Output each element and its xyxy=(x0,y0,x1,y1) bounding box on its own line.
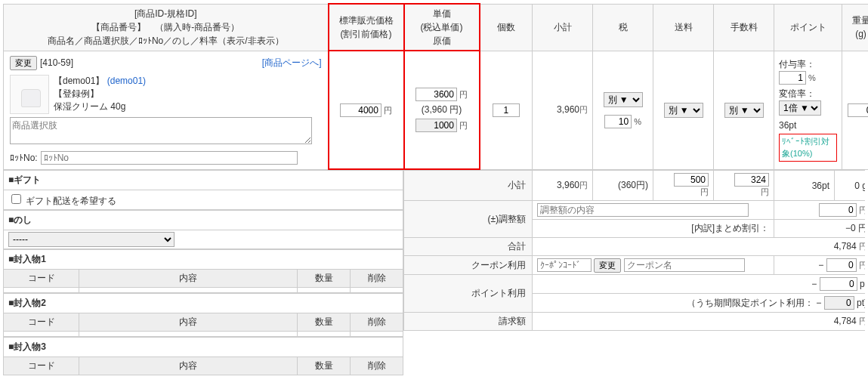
adjust-label: (±)調整額 xyxy=(404,201,533,238)
col-std-price: 標準販売価格(割引前価格) xyxy=(329,4,404,51)
gift-section: ■ギフト ギフト配送を希望する xyxy=(3,170,403,210)
product-id: [410-59] xyxy=(40,57,73,68)
enclosure1-table: コード内容数量削除 xyxy=(3,269,403,293)
coupon-name-input[interactable] xyxy=(624,258,745,272)
lot-label: ﾛｯﾄNo: xyxy=(10,153,38,163)
product-thumbnail xyxy=(10,75,49,114)
coupon-change-button[interactable]: 変更 xyxy=(594,258,621,273)
option-textarea[interactable] xyxy=(10,117,312,144)
total-label: 合計 xyxy=(404,238,533,256)
ptuse-label: ポイント利用 xyxy=(404,275,533,313)
enclosure2-head: ■封入物2 xyxy=(3,293,403,313)
enclosure3-head: ■封入物3 xyxy=(3,337,403,357)
product-page-link[interactable]: [商品ページへ] xyxy=(262,57,322,69)
pt-value: 36pt xyxy=(779,120,837,131)
qty-input[interactable] xyxy=(493,103,520,117)
table-header-row: [商品ID-規格ID] 【商品番号】 （購入時-商品番号） 商品名／商品選択肢／… xyxy=(4,4,869,51)
tax-rate-input[interactable] xyxy=(604,115,632,128)
row-subtotal: 3,960 xyxy=(557,104,579,115)
enclosure3-table: コード内容数量削除 xyxy=(3,357,403,375)
gift-checkbox[interactable]: ギフト配送を希望する xyxy=(8,196,116,206)
enclosure2-table: コード内容数量削除 xyxy=(3,313,403,337)
item-row: 変更 [410-59] [商品ページへ] 【demo01】 (demo01) 【… xyxy=(4,51,869,169)
coupon-code-input[interactable] xyxy=(537,258,592,272)
noshi-select[interactable]: ----- xyxy=(8,232,175,247)
ptuse-limited-input xyxy=(824,296,854,310)
ship-select[interactable]: 別 ▼ xyxy=(664,103,703,118)
std-price-input[interactable] xyxy=(340,103,381,117)
unit-price-input[interactable] xyxy=(415,88,457,101)
weight-input[interactable] xyxy=(848,103,869,117)
ship-input[interactable] xyxy=(674,173,709,187)
change-button[interactable]: 変更 xyxy=(10,56,37,70)
product-name: 保湿クリーム 40g xyxy=(54,100,146,113)
pt-grant-input[interactable] xyxy=(779,71,806,85)
adjust-value-input[interactable] xyxy=(819,203,857,217)
adjust-content-input[interactable] xyxy=(537,203,749,217)
ptuse-input[interactable] xyxy=(820,277,857,291)
col-unit-price: 単価(税込単価)原価 xyxy=(404,4,480,51)
fee-input[interactable] xyxy=(734,173,769,187)
pt-mul-select[interactable]: 1倍 ▼ xyxy=(779,100,821,116)
summary-table: 小計 3,960円 (360円) 円 円 36pt 0 g (±)調整額 円 [… xyxy=(403,170,865,331)
lot-input[interactable] xyxy=(41,151,298,165)
subtotal-label: 小計 xyxy=(404,171,533,201)
table-row[interactable] xyxy=(4,288,403,293)
bill-label: 請求額 xyxy=(404,313,533,331)
table-row[interactable] xyxy=(4,332,403,337)
rebate-badge: ﾘﾍﾞｰﾄ割引対象(10%) xyxy=(779,134,837,162)
product-code-link[interactable]: (demo01) xyxy=(107,76,146,86)
coupon-value-input[interactable] xyxy=(826,258,857,272)
enclosure1-head: ■封入物1 xyxy=(3,249,403,269)
taxin-price: (3,960 円) xyxy=(408,103,476,116)
fee-select[interactable]: 別 ▼ xyxy=(724,103,764,118)
noshi-section: ■のし ----- xyxy=(3,210,403,249)
coupon-label: クーポン利用 xyxy=(404,256,533,275)
tax-select[interactable]: 別 ▼ xyxy=(604,92,643,107)
cost-input[interactable] xyxy=(415,119,457,132)
order-items-table: [商品ID-規格ID] 【商品番号】 （購入時-商品番号） 商品名／商品選択肢／… xyxy=(3,3,868,170)
